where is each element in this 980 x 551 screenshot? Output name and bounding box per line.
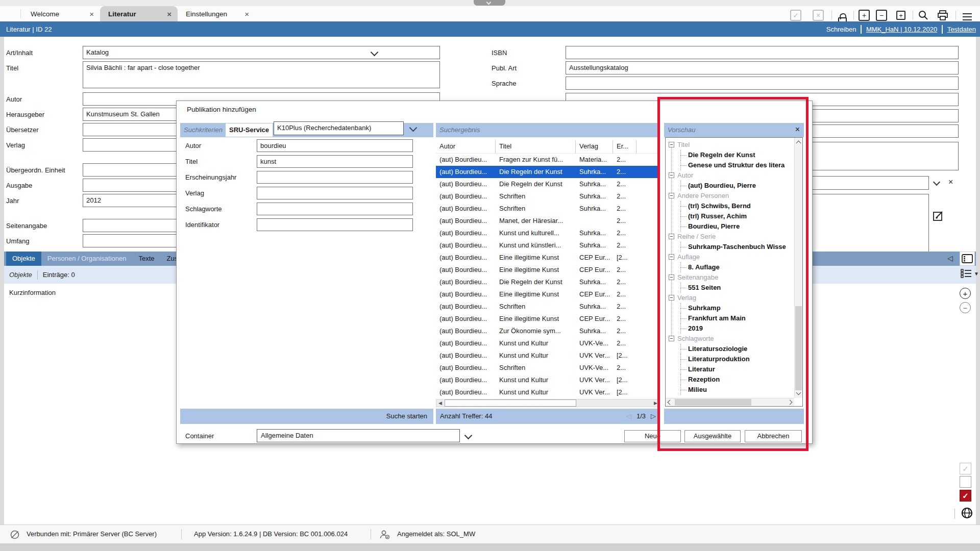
add-icon: +: [859, 10, 870, 21]
table-row[interactable]: (aut) Bourdieu...SchriftenSuhrka...2...: [436, 203, 660, 215]
tab-literatur[interactable]: Literatur×: [100, 6, 178, 21]
table-row[interactable]: (aut) Bourdieu...Kunst und KulturUVK-Ve.…: [436, 337, 660, 349]
tab-close-icon[interactable]: ×: [167, 10, 172, 18]
section-tab-texte[interactable]: Texte: [132, 252, 160, 266]
print-button[interactable]: [937, 10, 948, 21]
table-row[interactable]: (aut) Bourdieu...Kunst und KulturUVK Ver…: [436, 386, 660, 398]
select-x-button[interactable]: ×: [813, 10, 824, 21]
container-select[interactable]: Allgemeine Daten: [257, 429, 460, 442]
table-row[interactable]: (aut) Bourdieu...Fragen zur Kunst fü...M…: [436, 154, 660, 166]
scrollbar-thumb[interactable]: [445, 399, 576, 407]
tab-welcome[interactable]: Welcome×: [22, 6, 100, 21]
table-row[interactable]: (aut) Bourdieu...Kunst und KulturUVK Ver…: [436, 349, 660, 362]
menu-button[interactable]: [963, 11, 974, 22]
lock-button[interactable]: [837, 10, 848, 21]
add-button[interactable]: +: [859, 10, 870, 21]
search-input-schlagworte[interactable]: [257, 203, 413, 215]
edit-mode-label: Schreiben: [826, 26, 856, 33]
field-input-isbn[interactable]: [566, 46, 959, 59]
checkbox-empty[interactable]: [960, 476, 971, 488]
tab-einstellungen[interactable]: Einstellungen×: [178, 6, 255, 21]
table-row[interactable]: (aut) Bourdieu...Die Regeln der KunstSuh…: [436, 276, 660, 288]
table-row[interactable]: (aut) Bourdieu...Die Regeln der KunstSuh…: [436, 166, 660, 178]
table-cell: 2...: [613, 337, 636, 349]
table-row[interactable]: (aut) Bourdieu...SchriftenUVK-Ve...2...: [436, 362, 660, 374]
ribbon-collapse-handle[interactable]: [474, 0, 505, 6]
table-cell: 2...: [613, 325, 636, 337]
page-next-icon[interactable]: ▷: [651, 409, 656, 424]
scroll-left-icon[interactable]: ◀: [436, 400, 444, 407]
table-row[interactable]: (aut) Bourdieu...Kunst und KulturUVK Ver…: [436, 374, 660, 386]
column-header-2[interactable]: Verlag: [576, 140, 613, 154]
search-input-erscheinungsjahr[interactable]: [257, 171, 413, 184]
table-row[interactable]: (aut) Bourdieu...Kunst und künstleri...S…: [436, 239, 660, 252]
environment-link[interactable]: Testdaten: [947, 26, 976, 33]
search-start-button[interactable]: Suche starten: [386, 412, 427, 420]
table-row[interactable]: (aut) Bourdieu...Eine illegitime KunstCE…: [436, 264, 660, 276]
sru-service-select[interactable]: K10Plus (Recherchedatenbank): [274, 121, 404, 135]
search-input-verlag[interactable]: [257, 187, 413, 199]
section-tab-personenorganisationen[interactable]: Personen / Organisationen: [41, 252, 133, 266]
info-separator: [37, 270, 38, 280]
search-row: Verlag: [177, 187, 432, 203]
table-row[interactable]: (aut) Bourdieu...Eine illegitime KunstCE…: [436, 252, 660, 264]
form-row: Art/InhaltKatalog: [6, 46, 445, 61]
table-row[interactable]: (aut) Bourdieu...Eine illegitime KunstCE…: [436, 288, 660, 300]
remove-button[interactable]: −: [876, 10, 887, 21]
column-header-0[interactable]: Autor: [436, 140, 496, 154]
search-input-autor[interactable]: bourdieu: [257, 139, 413, 152]
user-date-link[interactable]: MMK_HaN | 10.12.2020: [866, 26, 937, 33]
table-cell: (aut) Bourdieu...: [436, 190, 496, 203]
table-row[interactable]: (aut) Bourdieu...Die Regeln der KunstSuh…: [436, 178, 660, 190]
page-prev-icon[interactable]: ◁: [626, 409, 631, 424]
collapse-panel-icon[interactable]: ◁: [947, 254, 953, 262]
list-options-dropdown-icon[interactable]: ▼: [974, 271, 979, 277]
results-footer: Anzahl Treffer: 44 ◁ 1/3 ▷: [436, 409, 660, 424]
duplicate-button[interactable]: +: [894, 10, 905, 21]
table-cell: Eine illegitime Kunst: [496, 252, 576, 264]
zoom-in-button[interactable]: +: [960, 288, 971, 299]
table-cell: [2...: [613, 374, 636, 386]
field-input-publart[interactable]: Ausstellungskatalog: [566, 61, 959, 74]
table-row[interactable]: (aut) Bourdieu...Zur Ökonomie sym...Suhr…: [436, 325, 660, 337]
table-row[interactable]: (aut) Bourdieu...SchriftenSuhrka...2...: [436, 190, 660, 203]
edit-button[interactable]: [933, 210, 945, 224]
table-cell: Kunst und Kultur: [496, 349, 576, 362]
field-input-sprache[interactable]: [566, 77, 959, 90]
column-header-3[interactable]: Er...: [613, 140, 636, 154]
section-tab-objekte[interactable]: Objekte: [6, 252, 41, 266]
field-input-titel[interactable]: Silvia Bächli : far apart - close togeth…: [83, 61, 440, 88]
column-header-1[interactable]: Titel: [496, 140, 576, 154]
table-cell: (aut) Bourdieu...: [436, 166, 496, 178]
checkbox-disabled[interactable]: ✓: [960, 463, 971, 474]
list-view-button[interactable]: [961, 269, 972, 280]
table-cell: 2...: [613, 166, 636, 178]
search-input-identifikator[interactable]: [257, 218, 413, 231]
table-row[interactable]: (aut) Bourdieu...Manet, der Häresiar...2…: [436, 215, 660, 227]
table-row[interactable]: (aut) Bourdieu...SchriftenSuhrka...2...: [436, 300, 660, 313]
chevron-down-icon[interactable]: [933, 179, 940, 186]
search-button[interactable]: [918, 10, 929, 21]
results-horizontal-scrollbar[interactable]: ◀ ▶: [436, 399, 660, 407]
table-cell: Suhrka...: [576, 239, 613, 252]
table-cell: (aut) Bourdieu...: [436, 276, 496, 288]
clear-icon[interactable]: ×: [948, 178, 953, 187]
highlight-rectangle: [657, 97, 808, 451]
field-input-artinhalt[interactable]: Katalog: [83, 46, 440, 59]
select-check-button[interactable]: ✓: [790, 10, 801, 21]
table-cell: Die Regeln der Kunst: [496, 178, 576, 190]
tab-close-icon[interactable]: ×: [89, 10, 94, 18]
globe-button[interactable]: [961, 507, 973, 520]
field-label: Ausgabe: [6, 182, 32, 189]
tab-label: Einstellungen: [186, 10, 227, 18]
zoom-out-button[interactable]: −: [960, 302, 971, 313]
chevron-down-icon[interactable]: [464, 432, 473, 440]
search-input-titel[interactable]: kunst: [257, 155, 413, 168]
table-row[interactable]: (aut) Bourdieu...Kunst und kulturell...S…: [436, 227, 660, 239]
table-row[interactable]: (aut) Bourdieu...Eine illegitime KunstCE…: [436, 313, 660, 325]
panel-view-button[interactable]: [960, 252, 975, 266]
checkbox-red-checked[interactable]: ✓: [960, 490, 971, 502]
search-field-label: Erscheinungsjahr: [185, 173, 236, 181]
search-row: Identifikator: [177, 218, 432, 234]
tab-close-icon[interactable]: ×: [244, 10, 249, 18]
